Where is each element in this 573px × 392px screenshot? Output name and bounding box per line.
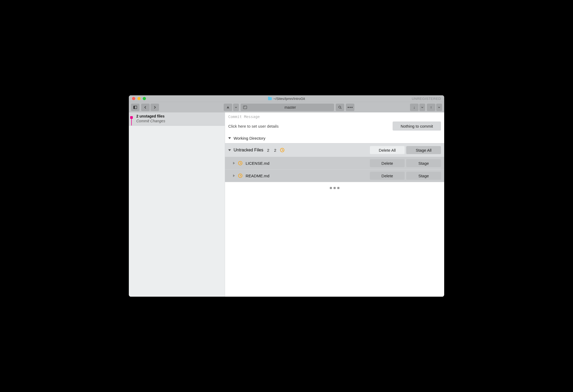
toolbar: master ↓ ↑ xyxy=(129,102,444,112)
arrow-down-icon: ↓ xyxy=(413,105,415,109)
set-user-details-link[interactable]: Click here to set user details xyxy=(228,124,278,128)
commit-changes-label: Commit Changes xyxy=(136,119,165,123)
disclosure-triangle-icon xyxy=(228,137,231,139)
stage-file-button[interactable]: Stage xyxy=(406,172,441,180)
commit-message-input[interactable]: Commit Message xyxy=(225,112,444,119)
file-name: LICENSE.md xyxy=(246,161,269,166)
stage-all-button[interactable]: Stage All xyxy=(406,146,441,154)
stage-file-button[interactable]: Stage xyxy=(406,159,441,167)
sidebar-icon xyxy=(133,105,137,109)
unstaged-count-label: 2 unstaged files xyxy=(136,114,165,118)
disclosure-triangle-icon xyxy=(233,162,235,164)
main-panel: Commit Message Click here to set user de… xyxy=(225,112,444,297)
untracked-count-2: 2 xyxy=(273,148,277,152)
file-name: README.md xyxy=(246,174,269,178)
chevron-right-icon xyxy=(153,105,157,109)
commit-graph xyxy=(129,112,134,126)
more-icon xyxy=(348,107,353,108)
sidebar-commit-entry[interactable]: 2 unstaged files Commit Changes xyxy=(129,112,225,126)
delete-file-button[interactable]: Delete xyxy=(370,172,405,180)
clock-icon xyxy=(280,148,284,152)
untracked-files-header[interactable]: Untracked Files 2 2 Delete All Stage All xyxy=(225,143,444,157)
disclosure-triangle-icon xyxy=(233,174,235,177)
window-path: ~/Sites/lpmn/IntroGit xyxy=(273,97,305,101)
chevron-left-icon xyxy=(144,105,147,109)
commit-node-icon xyxy=(130,116,133,119)
more-button[interactable] xyxy=(346,104,354,111)
toggle-sidebar-button[interactable] xyxy=(131,104,140,111)
window-zoom-button[interactable] xyxy=(143,97,146,100)
terminal-icon xyxy=(243,106,247,109)
commit-line xyxy=(131,119,132,126)
content-area: 2 unstaged files Commit Changes Commit M… xyxy=(129,112,444,297)
stash-button[interactable] xyxy=(224,104,232,111)
stash-icon xyxy=(226,105,230,109)
chevron-down-icon xyxy=(235,106,237,108)
branch-field[interactable]: master xyxy=(241,104,334,111)
untracked-files-label: Untracked Files xyxy=(234,148,263,152)
app-window: ~/Sites/lpmn/IntroGit UNREGISTERED xyxy=(129,95,444,297)
working-directory-label: Working Directory xyxy=(234,136,265,140)
clock-icon xyxy=(238,174,242,178)
working-directory-header[interactable]: Working Directory xyxy=(225,133,444,143)
search-icon xyxy=(338,105,342,109)
commit-button[interactable]: Nothing to commit xyxy=(393,121,441,131)
window-close-button[interactable] xyxy=(132,97,135,100)
stash-menu-button[interactable] xyxy=(233,104,239,111)
svg-rect-1 xyxy=(134,106,135,109)
push-menu-button[interactable] xyxy=(436,104,442,111)
unregistered-label: UNREGISTERED xyxy=(412,97,441,101)
window-title: ~/Sites/lpmn/IntroGit xyxy=(268,97,305,101)
untracked-count: 2 xyxy=(266,148,270,152)
titlebar[interactable]: ~/Sites/lpmn/IntroGit UNREGISTERED xyxy=(129,95,444,102)
delete-all-button[interactable]: Delete All xyxy=(370,146,405,154)
branch-name: master xyxy=(249,105,331,109)
pull-button[interactable]: ↓ xyxy=(410,104,419,111)
pull-menu-button[interactable] xyxy=(419,104,425,111)
svg-point-2 xyxy=(339,106,341,108)
push-button[interactable]: ↑ xyxy=(427,104,435,111)
disclosure-triangle-icon xyxy=(228,149,231,151)
chevron-down-icon xyxy=(438,106,440,108)
file-row[interactable]: LICENSE.md Delete Stage xyxy=(225,157,444,170)
chevron-down-icon xyxy=(421,106,423,108)
arrow-up-icon: ↑ xyxy=(430,105,432,109)
search-button[interactable] xyxy=(336,104,344,111)
window-minimize-button[interactable] xyxy=(137,97,141,100)
nav-forward-button[interactable] xyxy=(150,104,159,111)
folder-icon xyxy=(268,97,272,100)
loading-indicator xyxy=(225,182,444,194)
file-row[interactable]: README.md Delete Stage xyxy=(225,170,444,182)
sidebar: 2 unstaged files Commit Changes xyxy=(129,112,225,297)
nav-back-button[interactable] xyxy=(141,104,150,111)
clock-icon xyxy=(238,161,242,165)
delete-file-button[interactable]: Delete xyxy=(370,159,405,167)
